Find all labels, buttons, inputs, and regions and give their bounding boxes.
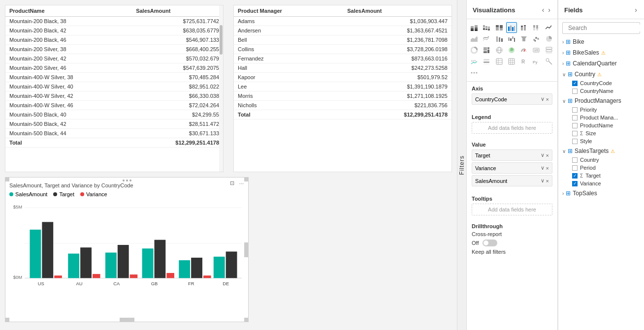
stacked-bar-100-icon-btn[interactable]	[494, 22, 505, 33]
field-checkbox[interactable]	[572, 165, 578, 171]
donut-chart-icon-btn[interactable]	[469, 45, 480, 56]
table-row[interactable]: Mountain-200 Silver, 42$570,032.679	[5, 54, 223, 63]
resize-handle-bottom[interactable]	[120, 318, 134, 322]
viz-panel-back-button[interactable]: ‹	[541, 5, 546, 15]
treemap-icon-btn[interactable]	[481, 45, 492, 56]
field-item-3-0[interactable]: ✓ CountryCode	[568, 79, 644, 87]
python-icon-btn[interactable]: Py	[531, 56, 542, 67]
resize-handle-tr[interactable]	[244, 178, 248, 181]
axis-chevron-icon[interactable]: ∨	[541, 96, 545, 102]
table-row[interactable]: Andersen$1,363,667.4521	[234, 26, 451, 35]
value-target-x-icon[interactable]: ×	[546, 152, 549, 158]
legend-add-field[interactable]: Add data fields here	[472, 122, 552, 134]
search-box[interactable]	[562, 22, 640, 34]
clustered-column-icon-btn[interactable]	[506, 22, 517, 33]
field-checkbox[interactable]	[572, 139, 578, 144]
table-row[interactable]: Mountain-200 Black, 42$638,035.6779	[5, 26, 223, 35]
value-field-salesamount[interactable]: SalesAmount ∨ ×	[472, 175, 552, 186]
value-field-target[interactable]: Target ∨ ×	[472, 150, 552, 161]
table-row[interactable]: Mountain-400-W Silver, 38$70,485.284	[5, 73, 223, 82]
bar-gb-sales[interactable]	[142, 248, 154, 278]
bar-us-target[interactable]	[42, 222, 53, 278]
tooltips-add-field[interactable]: Add data fields here	[472, 204, 552, 215]
area-chart-icon-btn[interactable]	[469, 33, 480, 44]
table-row[interactable]: Kapoor$501,979.52	[234, 73, 451, 82]
filled-map-icon-btn[interactable]	[506, 45, 517, 56]
bar-fr-variance[interactable]	[203, 275, 211, 278]
bar-fr-target[interactable]	[191, 258, 202, 278]
bar-gb-target[interactable]	[154, 240, 165, 278]
clustered-bar-icon-btn[interactable]	[481, 22, 492, 33]
value-sales-x-icon[interactable]: ×	[546, 178, 549, 184]
bar-ca-variance[interactable]	[130, 274, 138, 278]
value-variance-x-icon[interactable]: ×	[546, 165, 549, 171]
field-item-4-1[interactable]: Product Mana...	[568, 114, 644, 121]
field-item-4-4[interactable]: Style	[568, 137, 644, 145]
stacked-column-icon-btn[interactable]	[518, 22, 529, 33]
line-stacked-icon-btn[interactable]	[481, 33, 492, 44]
table-row[interactable]: Mountain-500 Black, 40$24,299.55	[5, 110, 223, 120]
scatter-chart-icon-btn[interactable]	[531, 33, 542, 44]
value-target-chevron-icon[interactable]: ∨	[541, 152, 545, 158]
cross-report-toggle[interactable]	[483, 240, 497, 246]
table-row[interactable]: Lee$1,391,190.1879	[234, 82, 451, 91]
field-item-4-3[interactable]: Σ Size	[568, 129, 644, 137]
slicer-icon-btn[interactable]	[481, 56, 492, 67]
map-icon-btn[interactable]	[494, 45, 505, 56]
field-checkbox[interactable]	[572, 131, 578, 136]
axis-x-icon[interactable]: ×	[546, 96, 549, 102]
bar-fr-sales[interactable]	[179, 260, 190, 278]
value-field-variance[interactable]: Variance ∨ ×	[472, 162, 552, 174]
table-row[interactable]: Mountain-200 Black, 46$546,907.133	[5, 35, 223, 45]
resize-handle-br[interactable]	[244, 318, 248, 322]
fields-panel-collapse-button[interactable]: ›	[634, 5, 638, 15]
value-variance-chevron-icon[interactable]: ∨	[541, 165, 545, 171]
stacked-bar-icon-btn[interactable]	[469, 22, 480, 33]
table-icon-btn[interactable]	[494, 56, 505, 67]
chart-focus-button[interactable]: ⊡	[228, 180, 236, 187]
table-row[interactable]: Hall$242,273.5258	[234, 63, 451, 73]
bar-us-variance[interactable]	[54, 275, 62, 278]
field-item-5-0[interactable]: Country	[568, 156, 644, 164]
value-sales-chevron-icon[interactable]: ∨	[541, 178, 545, 184]
field-item-4-0[interactable]: Priority	[568, 106, 644, 114]
viz-panel-forward-button[interactable]: ›	[547, 5, 551, 15]
bar-au-variance[interactable]	[93, 274, 100, 278]
bar-gb-variance[interactable]	[166, 273, 174, 278]
field-checkbox[interactable]	[572, 115, 578, 120]
field-group-header-5[interactable]: ∨ ⊞ SalesTargets ⚠	[558, 146, 644, 156]
table-row[interactable]: Mountain-200 Silver, 46$547,639.2075	[5, 63, 223, 73]
table-row[interactable]: Bell$1,236,781.7098	[234, 35, 451, 45]
resize-handle-tl[interactable]	[5, 178, 9, 181]
r-visual-icon-btn[interactable]: R	[518, 56, 529, 67]
field-checkbox[interactable]	[572, 107, 578, 113]
bar-us-sales[interactable]	[30, 230, 41, 278]
field-item-5-1[interactable]: Period	[568, 164, 644, 172]
field-group-header-2[interactable]: › ⊞ CalendarQuarter	[558, 59, 644, 68]
table-row[interactable]: Mountain-200 Silver, 38$668,400.255	[5, 45, 223, 54]
field-item-3-1[interactable]: CountryName	[568, 87, 644, 95]
field-item-4-2[interactable]: ProductName	[568, 121, 644, 129]
bar-au-target[interactable]	[80, 247, 92, 278]
field-group-header-1[interactable]: › ⊞ BikeSales ⚠	[558, 48, 644, 58]
filters-sidebar[interactable]: Filters	[457, 0, 467, 330]
table-row[interactable]: Morris$1,271,108.1925	[234, 91, 451, 101]
axis-field-countrycode[interactable]: CountryCode ∨ ×	[472, 93, 552, 105]
table-row[interactable]: Mountain-200 Black, 38$725,631.7742	[5, 17, 223, 26]
more-visuals-icon-btn[interactable]	[469, 67, 480, 78]
bar-ca-target[interactable]	[118, 245, 129, 278]
resize-handle-bl[interactable]	[5, 318, 9, 322]
field-item-5-3[interactable]: ✓ Variance	[568, 180, 644, 187]
field-group-header-3[interactable]: ∨ ⊞ Country ⚠	[558, 69, 644, 79]
field-item-5-2[interactable]: ✓ Σ Target	[568, 172, 644, 180]
table-row[interactable]: Nicholls$221,836.756	[234, 101, 451, 110]
gauge-icon-btn[interactable]	[518, 45, 529, 56]
pie-chart-icon-btn[interactable]	[544, 33, 554, 44]
table-row[interactable]: Adams$1,036,903.447	[234, 17, 451, 26]
field-checkbox[interactable]	[572, 89, 578, 94]
field-group-header-4[interactable]: ∨ ⊞ ProductManagers	[558, 96, 644, 106]
field-checkbox[interactable]	[572, 157, 578, 163]
field-checkbox[interactable]: ✓	[572, 173, 578, 179]
matrix-icon-btn[interactable]	[506, 56, 517, 67]
kpi-icon-btn[interactable]: KPI	[469, 56, 480, 67]
